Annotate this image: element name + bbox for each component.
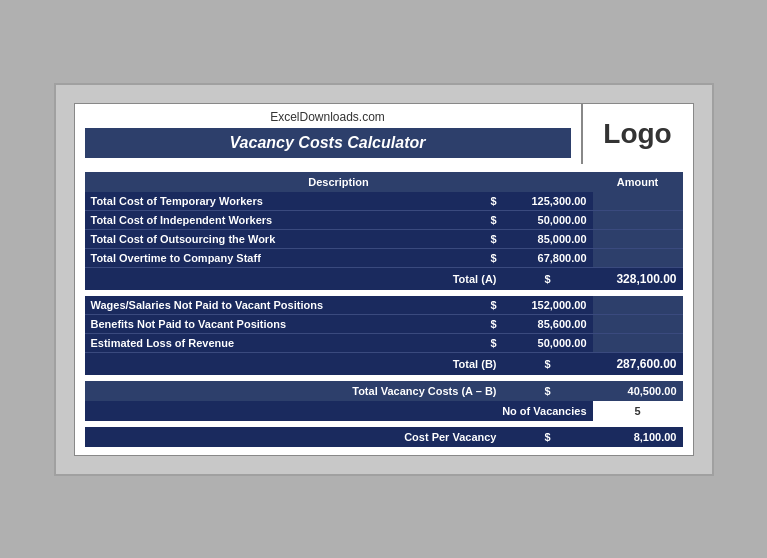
row-a2-empty [593,210,683,229]
row-a4-amount: 67,800.00 [503,248,593,267]
row-b2-desc: Benefits Not Paid to Vacant Positions [85,314,485,333]
no-vacancies-value: 5 [593,401,683,421]
row-a3-empty [593,229,683,248]
col-header-row: Description Amount [85,172,683,192]
row-a1-dollar: $ [484,192,502,211]
no-vacancies-label: No of Vacancies [85,401,593,421]
table-row: Total Cost of Outsourcing the Work $ 85,… [85,229,683,248]
row-b2-empty [593,314,683,333]
table-row: Benefits Not Paid to Vacant Positions $ … [85,314,683,333]
row-a3-amount: 85,000.00 [503,229,593,248]
col-desc-header: Description [85,172,593,192]
row-b3-dollar: $ [484,333,502,352]
total-b-row: Total (B) $ 287,600.00 [85,352,683,375]
table-row: Total Cost of Temporary Workers $ 125,30… [85,192,683,211]
row-b1-empty [593,296,683,315]
total-b-amount: 287,600.00 [593,352,683,375]
row-a3-desc: Total Cost of Outsourcing the Work [85,229,485,248]
total-vacancy-row: Total Vacancy Costs (A – B) $ 40,500.00 [85,381,683,401]
total-vacancy-amount: 40,500.00 [593,381,683,401]
cost-per-label: Cost Per Vacancy [85,427,503,447]
row-b3-empty [593,333,683,352]
outer-container: ExcelDownloads.com Vacancy Costs Calcula… [54,83,714,476]
header-left: ExcelDownloads.com Vacancy Costs Calcula… [75,104,583,164]
row-b2-amount: 85,600.00 [503,314,593,333]
row-a1-empty [593,192,683,211]
row-a2-dollar: $ [484,210,502,229]
total-a-amount: 328,100.00 [593,267,683,290]
row-a2-amount: 50,000.00 [503,210,593,229]
row-a4-dollar: $ [484,248,502,267]
total-b-label: Total (B) [85,352,503,375]
main-table: Description Amount Total Cost of Tempora… [85,172,683,447]
logo: Logo [583,104,693,164]
row-b1-amount: 152,000.00 [503,296,593,315]
row-b1-dollar: $ [484,296,502,315]
row-a4-desc: Total Overtime to Company Staff [85,248,485,267]
table-row: Total Cost of Independent Workers $ 50,0… [85,210,683,229]
row-a2-desc: Total Cost of Independent Workers [85,210,485,229]
total-a-dollar: $ [503,267,593,290]
table-row: Total Overtime to Company Staff $ 67,800… [85,248,683,267]
total-a-row: Total (A) $ 328,100.00 [85,267,683,290]
row-b1-desc: Wages/Salaries Not Paid to Vacant Positi… [85,296,485,315]
row-b3-desc: Estimated Loss of Revenue [85,333,485,352]
row-a3-dollar: $ [484,229,502,248]
row-a1-desc: Total Cost of Temporary Workers [85,192,485,211]
row-a1-amount: 125,300.00 [503,192,593,211]
total-a-label: Total (A) [85,267,503,290]
total-vacancy-label: Total Vacancy Costs (A – B) [85,381,503,401]
table-area: Description Amount Total Cost of Tempora… [75,164,693,455]
total-b-dollar: $ [503,352,593,375]
header: ExcelDownloads.com Vacancy Costs Calcula… [75,104,693,164]
table-row: Wages/Salaries Not Paid to Vacant Positi… [85,296,683,315]
row-a4-empty [593,248,683,267]
calc-title: Vacancy Costs Calculator [85,128,571,158]
cost-per-dollar: $ [503,427,593,447]
col-amount-header: Amount [593,172,683,192]
total-vacancy-dollar: $ [503,381,593,401]
table-row: Estimated Loss of Revenue $ 50,000.00 [85,333,683,352]
inner-container: ExcelDownloads.com Vacancy Costs Calcula… [74,103,694,456]
cost-per-row: Cost Per Vacancy $ 8,100.00 [85,427,683,447]
site-name: ExcelDownloads.com [270,110,385,124]
cost-per-amount: 8,100.00 [593,427,683,447]
row-b2-dollar: $ [484,314,502,333]
row-b3-amount: 50,000.00 [503,333,593,352]
no-vacancies-row: No of Vacancies 5 [85,401,683,421]
